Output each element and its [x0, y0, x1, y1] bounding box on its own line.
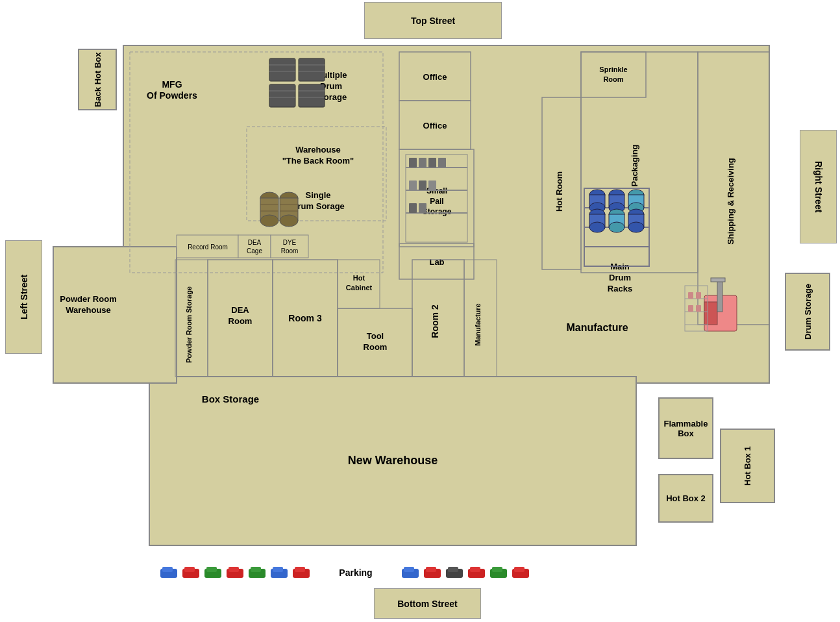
svg-text:Manufacture: Manufacture [566, 322, 628, 333]
svg-text:Powder Room: Powder Room [60, 294, 116, 304]
svg-text:Hot Room: Hot Room [554, 171, 564, 212]
svg-rect-98 [428, 180, 436, 190]
svg-rect-125 [717, 279, 723, 312]
svg-text:Box Storage: Box Storage [202, 393, 259, 404]
svg-text:Drum Sorage: Drum Sorage [291, 201, 345, 211]
svg-rect-144 [251, 567, 261, 572]
svg-text:Cabinet: Cabinet [346, 284, 373, 292]
svg-rect-158 [492, 567, 502, 572]
svg-rect-160 [514, 567, 525, 572]
svg-text:Room: Room [229, 316, 253, 326]
parking-area: Parking [159, 566, 530, 580]
svg-text:Packaging: Packaging [630, 144, 639, 186]
parking-label: Parking [314, 567, 398, 578]
svg-rect-100 [419, 203, 426, 213]
svg-rect-124 [704, 302, 717, 325]
svg-text:Pail: Pail [430, 197, 443, 206]
svg-rect-69 [299, 58, 325, 81]
car-8 [401, 566, 420, 580]
svg-text:Manufacture: Manufacture [474, 303, 482, 345]
car-6 [269, 566, 289, 580]
car-12 [489, 566, 508, 580]
svg-rect-132 [696, 292, 701, 299]
svg-rect-136 [162, 567, 173, 572]
svg-point-85 [280, 215, 298, 227]
car-9 [423, 566, 442, 580]
svg-rect-146 [273, 567, 283, 572]
svg-text:MFG: MFG [162, 79, 182, 90]
svg-text:Powder Room Storage: Powder Room Storage [185, 286, 193, 363]
svg-rect-97 [419, 180, 426, 190]
svg-text:DYE: DYE [283, 239, 297, 246]
svg-point-119 [609, 222, 624, 232]
svg-text:Office: Office [423, 72, 447, 82]
svg-rect-154 [448, 567, 458, 572]
svg-text:Storage: Storage [423, 207, 452, 216]
svg-text:Drum: Drum [609, 273, 631, 282]
car-13 [511, 566, 530, 580]
svg-rect-133 [688, 305, 693, 312]
svg-text:DEA: DEA [231, 305, 249, 315]
svg-text:Warehouse: Warehouse [66, 305, 111, 315]
svg-rect-150 [404, 567, 414, 572]
svg-text:Warehouse: Warehouse [295, 145, 341, 155]
car-5 [247, 566, 267, 580]
svg-text:Lab: Lab [429, 257, 444, 267]
svg-rect-96 [409, 180, 417, 190]
svg-rect-134 [696, 305, 701, 312]
svg-rect-93 [419, 158, 426, 168]
car-3 [203, 566, 223, 580]
svg-text:Room: Room [603, 75, 623, 83]
svg-rect-156 [470, 567, 480, 572]
svg-text:Shipping & Receiving: Shipping & Receiving [726, 158, 735, 245]
car-10 [445, 566, 464, 580]
svg-point-116 [589, 222, 605, 232]
svg-rect-140 [206, 567, 217, 572]
svg-rect-99 [409, 203, 417, 213]
svg-text:Single: Single [305, 190, 330, 200]
svg-rect-94 [428, 158, 436, 168]
svg-rect-148 [295, 567, 305, 572]
car-7 [291, 566, 311, 580]
svg-rect-72 [269, 84, 295, 107]
svg-text:DEA: DEA [248, 239, 262, 246]
svg-text:Room 2: Room 2 [430, 305, 440, 338]
svg-point-80 [260, 215, 278, 227]
svg-text:Office: Office [423, 121, 447, 131]
svg-text:Sprinkle: Sprinkle [599, 66, 627, 73]
svg-text:Cage: Cage [247, 247, 262, 255]
svg-point-122 [628, 222, 644, 232]
svg-text:Record Room: Record Room [188, 243, 228, 251]
svg-text:Tool: Tool [367, 331, 384, 341]
svg-rect-95 [438, 158, 446, 168]
car-1 [159, 566, 179, 580]
car-11 [467, 566, 486, 580]
svg-text:Hot: Hot [353, 274, 365, 282]
svg-text:Room: Room [364, 342, 388, 352]
svg-rect-66 [269, 58, 295, 81]
svg-text:Room 3: Room 3 [288, 313, 322, 323]
svg-rect-131 [688, 292, 693, 299]
svg-rect-75 [299, 84, 325, 107]
car-4 [225, 566, 245, 580]
svg-text:Racks: Racks [608, 284, 632, 293]
svg-rect-152 [426, 567, 436, 572]
svg-text:Room: Room [281, 247, 299, 255]
svg-rect-92 [409, 158, 417, 168]
svg-text:Of Powders: Of Powders [147, 90, 197, 101]
svg-text:New Warehouse: New Warehouse [348, 454, 438, 467]
svg-rect-2 [53, 247, 177, 383]
svg-rect-142 [229, 567, 239, 572]
svg-rect-126 [711, 278, 725, 282]
car-2 [181, 566, 201, 580]
svg-rect-138 [184, 567, 195, 572]
svg-text:"The Back Room": "The Back Room" [282, 156, 354, 166]
